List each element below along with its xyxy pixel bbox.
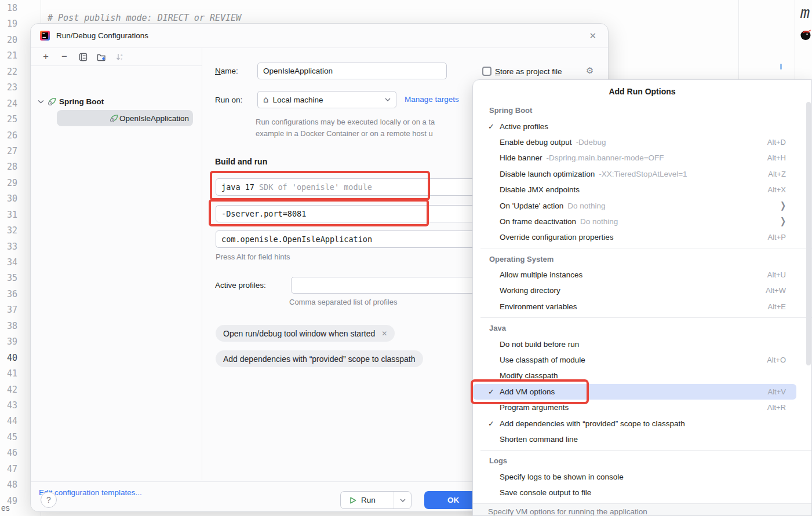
- menu-section-spring-boot: Spring Boot: [473, 103, 811, 118]
- dialog-title: Run/Debug Configurations: [56, 31, 148, 40]
- menu-item-label: Save console output to file: [500, 488, 591, 497]
- menu-item-do-not-build-before-run[interactable]: Do not build before run: [473, 336, 811, 352]
- run-on-dropdown[interactable]: ⌂ Local machine: [257, 91, 396, 108]
- line-number: 41: [0, 366, 17, 382]
- copy-configuration-icon[interactable]: [74, 48, 92, 65]
- menu-item-active-profiles[interactable]: ✓Active profiles: [473, 118, 811, 134]
- svg-text:a: a: [121, 53, 123, 57]
- menu-item-hint: -XX:TieredStopAtLevel=1: [599, 170, 687, 178]
- play-icon: [349, 496, 357, 504]
- store-as-project-file-label: Store as project file: [495, 67, 562, 76]
- menu-item-label: Override configuration properties: [500, 233, 614, 241]
- menu-item-use-classpath-of-module[interactable]: Use classpath of moduleAlt+O: [473, 352, 811, 368]
- menu-item-add-dependencies-with-provided-scope-to-classpath[interactable]: ✓Add dependencies with “provided” scope …: [473, 415, 811, 431]
- menu-item-label: Disable JMX endpoints: [500, 185, 580, 194]
- menu-item-program-arguments[interactable]: Program argumentsAlt+R: [473, 400, 811, 415]
- menu-item-label: Environment variables: [500, 302, 577, 311]
- menu-item-enable-debug-output[interactable]: Enable debug output-DdebugAlt+D: [473, 134, 811, 150]
- editor-gutter: 1819202122232425262728293031323334353637…: [0, 1, 17, 509]
- close-icon[interactable]: ✕: [589, 31, 596, 41]
- menu-item-label: Specify logs to be shown in console: [500, 473, 624, 481]
- chevron-down-icon[interactable]: [38, 100, 44, 104]
- line-number: 23: [0, 80, 17, 96]
- tree-item-label: OpenIsleApplication: [119, 114, 189, 123]
- menu-item-hint: Do nothing: [580, 217, 618, 226]
- menu-item-label: Use classpath of module: [500, 356, 585, 364]
- line-number: 20: [0, 32, 17, 48]
- popup-scrollbar[interactable]: [806, 102, 811, 365]
- popup-menu: Spring Boot✓Active profilesEnable debug …: [473, 103, 811, 500]
- spring-boot-icon: [48, 97, 57, 106]
- chevron-down-icon: [385, 98, 391, 101]
- run-on-value: Local machine: [273, 96, 323, 104]
- tree-toolbar: + − az: [31, 48, 202, 66]
- configurations-tree-panel: + − az: [31, 48, 202, 480]
- menu-item-disable-jmx-endpoints[interactable]: Disable JMX endpointsAlt+X: [473, 182, 811, 197]
- run-button[interactable]: Run: [340, 491, 412, 509]
- shortcut-label: Alt+D: [767, 138, 786, 147]
- line-number: 28: [0, 159, 17, 175]
- line-number: 19: [0, 16, 17, 32]
- menu-item-label: Add dependencies with “provided” scope t…: [500, 419, 685, 428]
- shortcut-label: Alt+O: [767, 356, 786, 364]
- remove-tag-icon[interactable]: ✕: [381, 330, 387, 338]
- shortcut-label: Alt+Z: [768, 170, 786, 178]
- menu-item-allow-multiple-instances[interactable]: Allow multiple instancesAlt+U: [473, 267, 811, 283]
- menu-section-java: Java: [473, 320, 811, 336]
- name-label: Name:: [215, 67, 238, 75]
- shortcut-label: Alt+X: [768, 185, 786, 194]
- help-button[interactable]: ?: [41, 492, 57, 508]
- tag-open-run-debug-tool-window[interactable]: Open run/debug tool window when started …: [216, 325, 395, 342]
- menu-item-add-vm-options[interactable]: ✓Add VM optionsAlt+V: [473, 384, 796, 400]
- menu-item-hide-banner[interactable]: Hide banner-Dspring.main.banner-mode=OFF…: [473, 150, 811, 166]
- store-as-project-file-checkbox[interactable]: [482, 67, 491, 76]
- line-number: 32: [0, 223, 17, 239]
- run-on-label: Run on:: [215, 96, 242, 104]
- menu-separator: [473, 314, 811, 320]
- name-input[interactable]: OpenIsleApplication: [257, 63, 447, 79]
- tag-add-provided-dependencies[interactable]: Add dependencies with “provided” scope t…: [216, 350, 423, 367]
- menu-item-on-update-action[interactable]: On 'Update' actionDo nothing❯: [473, 197, 811, 213]
- line-number: 43: [0, 398, 17, 413]
- add-configuration-icon[interactable]: +: [37, 48, 55, 65]
- jre-hint: SDK of 'openisle' module: [259, 182, 372, 192]
- menu-item-override-configuration-properties[interactable]: Override configuration propertiesAlt+P: [473, 229, 811, 245]
- menu-item-hint: Do nothing: [567, 202, 605, 210]
- active-profiles-hint: Comma separated list of profiles: [289, 298, 397, 306]
- sort-alphabetically-icon[interactable]: az: [111, 48, 129, 65]
- menu-item-working-directory[interactable]: Working directoryAlt+W: [473, 283, 811, 298]
- manage-targets-link[interactable]: Manage targets: [405, 95, 459, 104]
- remove-configuration-icon[interactable]: −: [55, 48, 74, 65]
- menu-item-on-frame-deactivation[interactable]: On frame deactivationDo nothing❯: [473, 214, 811, 229]
- add-run-options-popup: Add Run Options Spring Boot✓Active profi…: [472, 79, 812, 516]
- line-number: 31: [0, 207, 17, 223]
- new-folder-icon[interactable]: [92, 48, 111, 65]
- menu-item-specify-logs-to-be-shown-in-console[interactable]: Specify logs to be shown in console: [473, 469, 811, 485]
- svg-text:z: z: [121, 57, 122, 61]
- menu-item-label: Active profiles: [500, 122, 548, 131]
- gear-icon[interactable]: ⚙: [586, 65, 593, 76]
- menu-item-label: On frame deactivation: [500, 217, 576, 226]
- dialog-titlebar: Run/Debug Configurations ✕: [31, 24, 608, 48]
- menu-item-label: Shorten command line: [500, 435, 578, 444]
- menu-item-disable-launch-optimization[interactable]: Disable launch optimization-XX:TieredSto…: [473, 166, 811, 182]
- menu-section-operating-system: Operating System: [473, 251, 811, 267]
- vm-options-value: -Dserver.port=8081: [221, 209, 306, 218]
- line-number: 34: [0, 255, 17, 270]
- shortcut-label: Alt+W: [766, 286, 786, 295]
- menu-item-save-console-output-to-file[interactable]: Save console output to file: [473, 485, 811, 500]
- line-number: 22: [0, 64, 17, 80]
- tree-item-openisleapplication[interactable]: OpenIsleApplication: [57, 110, 193, 126]
- menu-item-shorten-command-line[interactable]: Shorten command line: [473, 431, 811, 447]
- line-number: 25: [0, 112, 17, 127]
- popup-footer-hint: Specify VM options for running the appli…: [473, 503, 811, 516]
- checkmark-icon: ✓: [488, 419, 500, 428]
- main-class-value: com.openisle.OpenIsleApplication: [221, 235, 372, 244]
- run-on-hint-line1: Run configurations may be executed local…: [256, 118, 435, 126]
- tree-group-spring-boot[interactable]: Spring Boot: [38, 93, 104, 109]
- line-number: 29: [0, 175, 17, 191]
- menu-item-environment-variables[interactable]: Environment variablesAlt+E: [473, 299, 811, 314]
- run-button-dropdown[interactable]: [394, 492, 411, 508]
- shortcut-label: Alt+H: [767, 153, 786, 162]
- menu-item-modify-classpath[interactable]: Modify classpath: [473, 368, 811, 383]
